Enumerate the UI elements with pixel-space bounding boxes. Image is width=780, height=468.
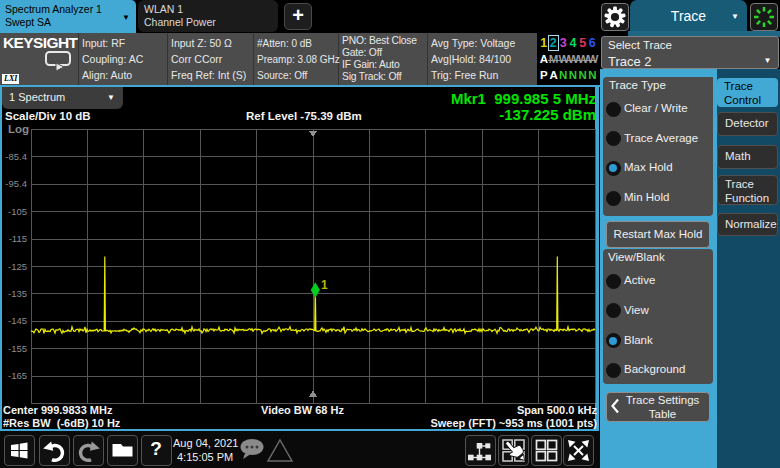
- svg-text:-125: -125: [8, 261, 27, 272]
- svg-text:-95.4: -95.4: [5, 178, 27, 189]
- svg-text:-135: -135: [8, 288, 27, 299]
- svg-text:-105: -105: [8, 206, 27, 217]
- svg-text:-145: -145: [8, 315, 27, 326]
- svg-text:-155: -155: [8, 343, 27, 354]
- svg-text:-165: -165: [8, 370, 27, 381]
- svg-text:1: 1: [321, 278, 328, 292]
- svg-text:-115: -115: [9, 233, 27, 244]
- svg-text:-85.4: -85.4: [5, 151, 27, 162]
